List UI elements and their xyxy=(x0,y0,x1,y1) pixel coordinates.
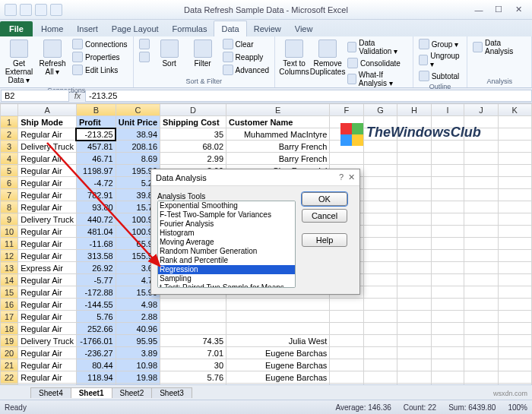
tab-formulas[interactable]: Formulas xyxy=(166,21,214,36)
cell[interactable] xyxy=(397,371,431,384)
cell[interactable]: 5.76 xyxy=(160,371,226,384)
cell[interactable]: Regular Air xyxy=(18,165,77,177)
cell[interactable] xyxy=(330,299,363,311)
save-icon[interactable] xyxy=(20,4,32,16)
cell[interactable] xyxy=(397,359,431,371)
group-button[interactable]: Group ▾ xyxy=(416,38,464,50)
reapply-button[interactable]: Reapply xyxy=(220,51,271,63)
cell[interactable] xyxy=(431,213,464,226)
cell[interactable] xyxy=(498,165,531,177)
cell[interactable] xyxy=(160,311,226,323)
cell[interactable] xyxy=(330,384,363,385)
cell[interactable] xyxy=(363,359,397,371)
cell[interactable] xyxy=(363,384,397,385)
cell[interactable] xyxy=(498,359,531,371)
data-validation-button[interactable]: Data Validation ▾ xyxy=(345,38,410,56)
col-header-C[interactable]: C xyxy=(116,104,160,116)
cell[interactable] xyxy=(431,250,464,262)
cell[interactable]: Regular Air xyxy=(18,323,77,335)
col-header-E[interactable]: E xyxy=(226,104,330,116)
analysis-option[interactable]: Rank and Percentile xyxy=(158,256,295,265)
cell[interactable] xyxy=(363,299,397,311)
cell[interactable] xyxy=(431,238,464,250)
what-if-button[interactable]: What-If Analysis ▾ xyxy=(345,70,410,88)
cell[interactable]: Regular Air xyxy=(18,189,77,201)
cell[interactable]: -144.55 xyxy=(76,299,116,311)
cell[interactable] xyxy=(498,311,531,323)
cell[interactable] xyxy=(431,311,464,323)
cell[interactable]: 313.58 xyxy=(76,250,116,262)
remove-duplicates-button[interactable]: Remove Duplicates xyxy=(312,38,344,77)
cell[interactable] xyxy=(363,323,397,335)
cell[interactable]: 208.16 xyxy=(116,141,160,153)
undo-icon[interactable] xyxy=(35,4,47,16)
connections-button[interactable]: Connections xyxy=(70,38,130,50)
col-header-D[interactable]: D xyxy=(160,104,226,116)
cell[interactable] xyxy=(397,165,431,177)
cell[interactable] xyxy=(464,311,498,323)
cell[interactable]: 481.04 xyxy=(76,226,116,238)
row-header[interactable]: 8 xyxy=(1,201,18,213)
cell[interactable]: 40.96 xyxy=(116,323,160,335)
row-header[interactable]: 17 xyxy=(1,311,18,323)
cell[interactable] xyxy=(431,165,464,177)
cell[interactable]: Shipping Cost xyxy=(160,116,226,128)
cell[interactable] xyxy=(464,177,498,189)
cell[interactable] xyxy=(363,177,397,189)
col-header-H[interactable]: H xyxy=(397,104,431,116)
cell[interactable] xyxy=(431,323,464,335)
cell[interactable]: 457.81 xyxy=(76,141,116,153)
cell[interactable] xyxy=(498,335,531,347)
maximize-button[interactable]: ☐ xyxy=(489,4,508,16)
cell[interactable]: 38.94 xyxy=(116,128,160,141)
cell[interactable]: Regular Air xyxy=(18,128,77,141)
cell[interactable] xyxy=(431,371,464,384)
cell[interactable] xyxy=(397,262,431,274)
text-to-columns-button[interactable]: Text to Columns xyxy=(278,38,310,77)
sort-za-button[interactable] xyxy=(137,51,152,63)
row-header[interactable]: 22 xyxy=(1,371,18,384)
cell[interactable]: 35 xyxy=(160,128,226,141)
cell[interactable]: -213.25 xyxy=(76,128,116,141)
cell[interactable] xyxy=(498,141,531,153)
help-button[interactable]: Help xyxy=(302,233,347,247)
cell[interactable] xyxy=(498,213,531,226)
analysis-option[interactable]: Moving Average xyxy=(158,238,295,247)
formula-input[interactable]: -213.25 xyxy=(85,90,532,102)
cell[interactable]: 46.71 xyxy=(76,153,116,165)
cell[interactable] xyxy=(330,347,363,359)
cell[interactable]: 2.99 xyxy=(160,153,226,165)
row-header[interactable]: 13 xyxy=(1,262,18,274)
cell[interactable]: 93.80 xyxy=(76,201,116,213)
cell[interactable] xyxy=(498,299,531,311)
cell[interactable]: Regular Air xyxy=(18,286,77,299)
row-header[interactable]: 9 xyxy=(1,213,18,226)
row-header[interactable]: 10 xyxy=(1,226,18,238)
cell[interactable] xyxy=(330,323,363,335)
cell[interactable] xyxy=(431,359,464,371)
cell[interactable] xyxy=(464,359,498,371)
cell[interactable] xyxy=(363,286,397,299)
select-all-cell[interactable] xyxy=(1,104,18,116)
ungroup-button[interactable]: Ungroup ▾ xyxy=(416,51,464,69)
col-header-B[interactable]: B xyxy=(76,104,116,116)
analysis-tools-listbox[interactable]: Exponential SmoothingF-Test Two-Sample f… xyxy=(157,201,296,288)
col-header-F[interactable]: F xyxy=(330,104,363,116)
cell[interactable]: Eugene Barchas xyxy=(226,371,330,384)
col-header-K[interactable]: K xyxy=(498,104,531,116)
cell[interactable] xyxy=(397,347,431,359)
cell[interactable]: Delivery Truck xyxy=(18,141,77,153)
cell[interactable] xyxy=(498,201,531,213)
col-header-A[interactable]: A xyxy=(18,104,77,116)
cell[interactable] xyxy=(464,262,498,274)
sheet-tab[interactable]: Sheet2 xyxy=(112,387,153,398)
cell[interactable] xyxy=(397,226,431,238)
cell[interactable] xyxy=(464,213,498,226)
cell[interactable] xyxy=(498,189,531,201)
analysis-option[interactable]: Fourier Analysis xyxy=(158,220,295,229)
cell[interactable] xyxy=(431,274,464,286)
cell[interactable] xyxy=(226,311,330,323)
get-external-data-button[interactable]: Get External Data ▾ xyxy=(3,38,35,86)
cell[interactable] xyxy=(498,347,531,359)
cell[interactable] xyxy=(330,311,363,323)
